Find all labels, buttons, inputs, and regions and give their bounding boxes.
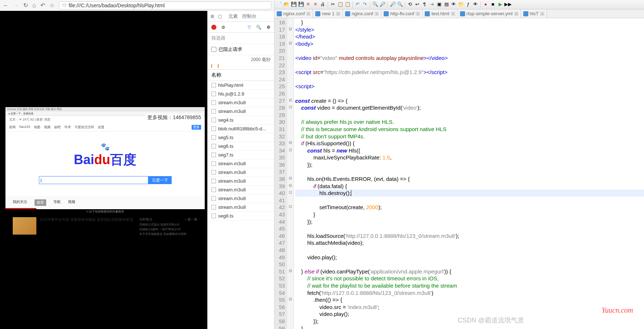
hot-item[interactable]: 女子停车场被盗走 高校播情侣亲密照 <box>139 232 197 236</box>
dock-icon[interactable]: ⊞ <box>211 14 214 19</box>
network-item[interactable]: stream.m3u8 <box>208 203 274 212</box>
filter-icon[interactable]: ▽ <box>248 25 251 30</box>
wrap-icon[interactable]: ↩ <box>414 1 420 8</box>
dt-tab[interactable]: 控制台 <box>242 13 256 20</box>
tab-close-icon[interactable]: × <box>306 12 311 16</box>
file-tab[interactable]: nginx.conf× <box>275 9 313 18</box>
filter-label[interactable]: 筛选器 <box>208 33 274 44</box>
monitor-icon[interactable]: 👁 <box>472 1 479 8</box>
network-item[interactable]: stream.m3u8 <box>208 159 274 168</box>
nav-item[interactable]: 设置 <box>98 125 104 130</box>
network-item[interactable]: seg6.ts <box>208 142 274 151</box>
func-icon[interactable]: ƒ <box>465 1 471 8</box>
network-item[interactable]: seg4.ts <box>208 116 274 125</box>
blocked-checkbox[interactable] <box>211 47 216 52</box>
network-item[interactable]: stream.m3u8 <box>208 194 274 203</box>
rec-icon[interactable]: ● <box>483 1 489 8</box>
network-item[interactable]: hls.js@1.2.9 <box>208 90 274 98</box>
network-item[interactable]: stream.m3u8 <box>208 168 274 177</box>
cut-icon[interactable]: ✂ <box>330 1 336 8</box>
ff-icon[interactable]: ▶▶ <box>504 1 511 8</box>
reload-icon[interactable]: ↻ <box>23 2 28 9</box>
network-item[interactable]: seg5.ts <box>208 133 274 142</box>
device-icon[interactable]: ▢ <box>218 14 222 19</box>
file-tab[interactable]: http-flv.conf× <box>381 9 423 18</box>
network-item[interactable]: hlsPlay.html <box>208 81 274 90</box>
tab-close-icon[interactable]: × <box>375 12 379 16</box>
tab-close-icon[interactable]: × <box>451 12 455 16</box>
nav-more[interactable]: 更多 <box>192 125 201 130</box>
file-tab[interactable]: nginx.conf× <box>343 9 381 18</box>
allchars-icon[interactable]: ¶ <box>421 1 428 8</box>
undo-icon[interactable]: ↶ <box>355 1 361 8</box>
zoomin-icon[interactable]: 🔎 <box>389 1 396 8</box>
nav-item[interactable]: 视频 <box>44 125 51 130</box>
record-icon[interactable] <box>211 25 216 30</box>
open-icon[interactable]: 📂 <box>283 1 289 8</box>
print-icon[interactable]: 🖨 <box>320 1 326 8</box>
blocked-check[interactable]: 已阻止请求 <box>208 44 274 55</box>
news-title[interactable]: 白百何事件在升级 张爱朋身份被揭 原来他比你想象的更渣 <box>40 217 136 237</box>
stop-icon[interactable]: ■ <box>490 1 496 8</box>
nav-item[interactable]: 地图 <box>34 125 40 130</box>
saveall-icon[interactable]: 💾 <box>298 1 304 8</box>
search-icon[interactable]: 🔍 <box>256 25 261 30</box>
forward-icon[interactable]: → <box>13 2 19 9</box>
home-icon[interactable]: ⌂ <box>32 2 36 9</box>
feed-tab[interactable]: 导航 <box>53 199 61 206</box>
fold-icon[interactable]: ▣ <box>436 1 442 8</box>
back-icon[interactable]: ← <box>3 2 9 9</box>
copy-icon[interactable]: 📋 <box>337 1 343 8</box>
closeall-icon[interactable]: ✕ <box>312 1 319 8</box>
file-tab[interactable]: test.html× <box>423 9 457 18</box>
unfold-icon[interactable]: ▤ <box>443 1 449 8</box>
feed-tab[interactable]: 我的关注 <box>13 199 27 206</box>
undo-icon[interactable]: ↶ <box>40 2 45 9</box>
url-bar[interactable]: 🛡 file:///C:/Users/badao/Desktop/hlsPlay… <box>59 1 271 9</box>
sync-icon[interactable]: ⟲ <box>407 1 413 8</box>
play-icon[interactable]: ▶ <box>497 1 503 8</box>
nav-item[interactable]: 学术 <box>64 125 71 130</box>
nav-item[interactable]: 可爱的活活呀 <box>75 125 94 130</box>
redo-icon[interactable]: ↷ <box>362 1 368 8</box>
hot-swap[interactable]: ○ 换一换 <box>185 217 197 222</box>
network-item[interactable]: stream.m3u8 <box>208 98 274 107</box>
dt-tab[interactable]: 元素 <box>228 13 238 20</box>
zoomout-icon[interactable]: 🔍 <box>397 1 403 8</box>
network-item[interactable]: stream.m3u8 <box>208 177 274 186</box>
tab-close-icon[interactable]: × <box>336 12 340 16</box>
timeline[interactable]: 2000 毫秒 <box>208 55 274 70</box>
find-icon[interactable]: 🔍 <box>372 1 378 8</box>
save-icon[interactable]: 💾 <box>291 1 297 8</box>
code-area[interactable]: 1617181920212223242526272829303132333435… <box>275 18 644 329</box>
close-icon[interactable]: ✕ <box>305 1 311 8</box>
network-item[interactable]: seg7.ts <box>208 151 274 159</box>
hot-item[interactable]: 宫崎骏正式复出 连撞女司机6次 <box>139 223 197 227</box>
replace-icon[interactable]: 🔎 <box>379 1 385 8</box>
nav-item[interactable]: 新闻 <box>9 125 16 130</box>
hidden-icon[interactable]: 👁 <box>451 1 457 8</box>
file-tab[interactable]: rtsp-simple-server.yml× <box>458 9 521 18</box>
network-item[interactable]: stream.m3u8 <box>208 186 274 194</box>
search-input[interactable] <box>39 176 148 184</box>
network-item[interactable]: stream.m3u8 <box>208 107 274 116</box>
indent-icon[interactable]: ⇥ <box>429 1 435 8</box>
settings-icon[interactable]: ⚙ <box>267 25 271 30</box>
feed-tab[interactable]: 视频 <box>68 199 75 206</box>
tab-close-icon[interactable]: × <box>540 12 544 16</box>
network-item[interactable]: seg8.ts <box>208 212 274 220</box>
nav-item[interactable]: 贴吧 <box>54 125 61 130</box>
tab-close-icon[interactable]: × <box>514 12 519 16</box>
code-content[interactable]: }</style></head><body> <video id="video"… <box>294 18 644 329</box>
tab-close-icon[interactable]: × <box>416 12 420 16</box>
dir-icon[interactable]: 📁 <box>458 1 464 8</box>
feed-tab-active[interactable]: 推荐 <box>35 199 46 206</box>
network-item[interactable]: blob:null/8188bbc5-d... <box>208 125 274 133</box>
hot-item[interactable]: 玩辅链1元被拘 一箱芒果纸占9斤 <box>139 227 197 231</box>
new-icon[interactable]: 📄 <box>276 1 282 8</box>
clear-icon[interactable]: ⊘ <box>221 25 225 30</box>
file-tab[interactable]: hlsT× <box>521 9 547 18</box>
nav-item[interactable]: hao123 <box>19 125 30 130</box>
search-button[interactable]: 百度一下 <box>148 176 172 184</box>
file-tab[interactable]: new 1× <box>313 9 343 18</box>
